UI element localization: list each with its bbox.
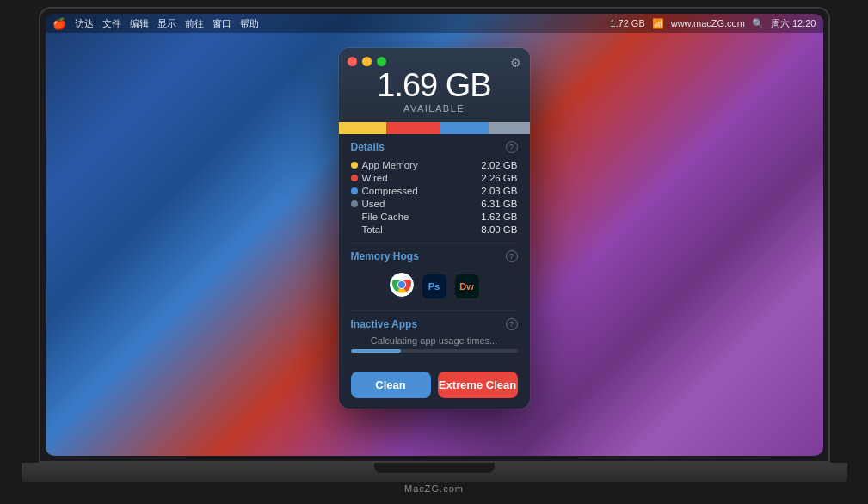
used-dot — [351, 200, 358, 207]
detail-left: Wired — [351, 173, 388, 183]
file-cache-value: 1.62 GB — [481, 212, 517, 222]
used-segment — [489, 122, 529, 134]
website-label: www.macZG.com — [671, 18, 745, 28]
screen-inner: 🍎 访达 文件 编辑 显示 前往 窗口 帮助 1.72 GB 📶 www.mac… — [46, 14, 823, 456]
table-row: Total 8.00 GB — [351, 223, 518, 236]
menu-item-help[interactable]: 帮助 — [240, 17, 259, 30]
compressed-value: 2.03 GB — [481, 186, 517, 196]
details-section: Details ? App Memory 2.02 GB — [339, 134, 530, 243]
hogs-app-icons: Ps Dw — [351, 267, 518, 304]
file-cache-name: File Cache — [362, 212, 409, 222]
table-row: App Memory 2.02 GB — [351, 158, 518, 171]
table-row: Compressed 2.03 GB — [351, 184, 518, 197]
details-section-title: Details ? — [351, 141, 518, 153]
apple-logo-icon: 🍎 — [52, 17, 66, 30]
gear-icon[interactable]: ⚙ — [510, 56, 521, 70]
menu-item-view[interactable]: 显示 — [157, 17, 176, 30]
detail-left: Total — [351, 224, 383, 235]
brand-label: MacZG.com — [404, 483, 464, 494]
memory-value: 1.69 GB — [353, 69, 516, 101]
clean-button[interactable]: Clean — [351, 372, 431, 398]
compressed-name: Compressed — [362, 186, 418, 196]
extreme-clean-button[interactable]: Extreme Clean — [438, 372, 518, 398]
traffic-lights — [348, 57, 386, 66]
app-memory-dot — [351, 162, 358, 169]
used-value: 6.31 GB — [481, 199, 517, 209]
menu-item-edit[interactable]: 编辑 — [130, 17, 149, 30]
detail-left: Used — [351, 199, 385, 209]
close-button[interactable] — [348, 57, 357, 66]
inactive-apps-section: Inactive Apps ? Calculating app usage ti… — [339, 311, 530, 365]
macbook-base: MacZG.com — [22, 463, 847, 482]
detail-left: App Memory — [351, 160, 418, 170]
calculating-text: Calculating app usage times... — [351, 335, 518, 346]
progress-bar-container — [351, 349, 518, 353]
menu-item-file[interactable]: 文件 — [102, 17, 121, 30]
action-buttons: Clean Extreme Clean — [339, 365, 530, 409]
menu-bar-left: 🍎 访达 文件 编辑 显示 前往 窗口 帮助 — [52, 17, 259, 30]
app-memory-segment — [339, 122, 387, 134]
screen-bezel: 🍎 访达 文件 编辑 显示 前往 窗口 帮助 1.72 GB 📶 www.mac… — [39, 7, 830, 463]
memory-hogs-section-title: Memory Hogs ? — [351, 250, 518, 262]
details-help-icon[interactable]: ? — [506, 141, 518, 153]
total-name: Total — [362, 224, 383, 235]
details-label: Details — [351, 141, 385, 153]
memory-color-bar — [339, 122, 530, 134]
used-name: Used — [362, 199, 385, 209]
compressed-dot — [351, 187, 358, 194]
detail-left: File Cache — [351, 212, 409, 222]
macos-desktop: 🍎 访达 文件 编辑 显示 前往 窗口 帮助 1.72 GB 📶 www.mac… — [46, 14, 823, 456]
maximize-button[interactable] — [377, 57, 386, 66]
photoshop-app-icon[interactable]: Ps — [422, 274, 446, 298]
menu-item-finder[interactable]: 访达 — [75, 17, 94, 30]
memory-hogs-label: Memory Hogs — [351, 250, 419, 262]
inactive-apps-section-title: Inactive Apps ? — [351, 318, 518, 330]
datetime-label: 周六 12:20 — [771, 17, 816, 30]
wired-value: 2.26 GB — [481, 173, 517, 183]
inactive-apps-label: Inactive Apps — [351, 318, 418, 330]
menu-bar: 🍎 访达 文件 编辑 显示 前往 窗口 帮助 1.72 GB 📶 www.mac… — [46, 14, 823, 33]
menu-item-go[interactable]: 前往 — [185, 17, 204, 30]
memory-popup: ⚙ 1.69 GB AVAILABLE — [339, 48, 530, 409]
minimize-button[interactable] — [362, 57, 372, 66]
memory-available-label: AVAILABLE — [353, 103, 516, 114]
menu-item-window[interactable]: 窗口 — [212, 17, 231, 30]
table-row: Used 6.31 GB — [351, 197, 518, 210]
svg-point-3 — [398, 281, 405, 288]
menu-bar-right: 1.72 GB 📶 www.macZG.com 🔍 周六 12:20 — [610, 17, 816, 30]
table-row: File Cache 1.62 GB — [351, 210, 518, 223]
compressed-segment — [440, 122, 489, 134]
wired-segment — [386, 122, 440, 134]
app-memory-value: 2.02 GB — [481, 160, 517, 170]
memory-hogs-section: Memory Hogs ? — [339, 243, 530, 310]
wired-dot — [351, 175, 358, 181]
macbook-shell: 🍎 访达 文件 编辑 显示 前往 窗口 帮助 1.72 GB 📶 www.mac… — [22, 7, 847, 497]
chrome-app-icon[interactable] — [390, 273, 414, 300]
wired-name: Wired — [362, 173, 388, 183]
total-value: 8.00 GB — [481, 224, 517, 235]
memory-hogs-help-icon[interactable]: ? — [506, 250, 518, 262]
table-row: Wired 2.26 GB — [351, 171, 518, 184]
search-icon[interactable]: 🔍 — [752, 18, 764, 29]
battery-status: 1.72 GB — [610, 18, 644, 28]
inactive-apps-help-icon[interactable]: ? — [506, 318, 518, 330]
wifi-icon: 📶 — [652, 18, 664, 29]
app-memory-name: App Memory — [362, 160, 418, 170]
dreamweaver-app-icon[interactable]: Dw — [455, 274, 479, 298]
progress-bar-fill — [351, 349, 401, 353]
detail-left: Compressed — [351, 186, 418, 196]
macbook-notch — [374, 463, 495, 473]
